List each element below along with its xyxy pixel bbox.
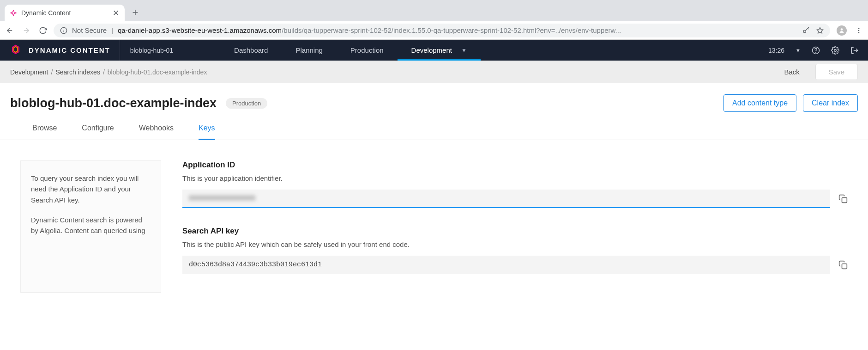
svg-point-8 (858, 32, 860, 33)
kebab-menu-icon[interactable] (855, 27, 862, 34)
back-icon[interactable] (6, 26, 14, 35)
page-title: bloblog-hub-01.doc-example-index (10, 96, 217, 111)
breadcrumb-separator: / (51, 68, 53, 76)
svg-marker-4 (817, 27, 823, 33)
chevron-down-icon[interactable]: ▼ (796, 48, 801, 53)
favicon-icon (10, 10, 17, 16)
section-description: This is the public API key which can be … (182, 240, 848, 248)
subtabs: Browse Configure Webhooks Keys (0, 112, 868, 140)
page-body: To query your search index you will need… (0, 140, 868, 293)
search-api-key-section: Search API key This is the public API ke… (182, 227, 848, 274)
nav-tab-dashboard[interactable]: Dashboard (220, 40, 282, 61)
brand[interactable]: DYNAMIC CONTENT (0, 40, 120, 61)
svg-point-6 (858, 28, 860, 29)
copy-icon[interactable] (838, 260, 848, 270)
url-text: qa-daniel-app.s3-website-eu-west-1.amazo… (118, 26, 621, 34)
brand-text: DYNAMIC CONTENT (29, 46, 110, 54)
clock-time: 13:26 (768, 47, 784, 54)
separator: | (111, 26, 113, 34)
nav-tab-label: Development (411, 46, 452, 54)
copy-icon[interactable] (838, 194, 848, 203)
save-button: Save (815, 64, 858, 80)
site-info-icon[interactable] (60, 27, 67, 34)
subtab-keys[interactable]: Keys (199, 124, 215, 140)
tab-title: Dynamic Content (21, 9, 108, 17)
svg-point-7 (858, 30, 860, 31)
breadcrumb-bar: Development / Search indexes / bloblog-h… (0, 61, 868, 83)
api-key-value: d0c5363d8a374439c3b33b019ec613d1 (189, 261, 322, 269)
forward-icon (22, 26, 30, 35)
svg-point-11 (834, 49, 837, 51)
nav-tab-development[interactable]: Development ▼ (398, 40, 481, 61)
section-title: Search API key (182, 227, 848, 236)
application-id-section: Application ID This is your application … (182, 160, 848, 208)
app-nav: DYNAMIC CONTENT bloblog-hub-01 Dashboard… (0, 40, 868, 61)
bookmark-star-icon[interactable] (816, 27, 824, 34)
browser-tab[interactable]: Dynamic Content ✕ (5, 5, 125, 21)
section-title: Application ID (182, 160, 848, 170)
svg-point-10 (816, 52, 816, 52)
nav-tab-planning[interactable]: Planning (282, 40, 336, 61)
svg-point-3 (803, 30, 806, 32)
main-content: Application ID This is your application … (182, 160, 848, 293)
reload-icon[interactable] (39, 26, 47, 35)
key-icon[interactable] (802, 27, 810, 34)
application-id-field[interactable]: XXXXXXXXXXXXXXXX (182, 190, 830, 208)
help-icon[interactable] (812, 46, 820, 55)
svg-point-5 (841, 28, 843, 31)
breadcrumb-separator: / (103, 68, 105, 76)
nav-tabs: Dashboard Planning Production Developmen… (220, 40, 481, 61)
browser-toolbar: Not Secure | qa-daniel-app.s3-website-eu… (0, 21, 868, 40)
info-text: Dynamic Content search is powered by Alg… (31, 215, 151, 236)
profile-avatar-icon[interactable] (837, 25, 847, 36)
hub-name: bloblog-hub-01 (120, 47, 183, 54)
subtab-browse[interactable]: Browse (32, 124, 57, 140)
chevron-down-icon: ▼ (461, 47, 467, 54)
clear-index-button[interactable]: Clear index (803, 94, 858, 112)
brand-logo-icon (9, 44, 22, 57)
close-tab-icon[interactable]: ✕ (113, 9, 119, 17)
breadcrumb-current: bloblog-hub-01.doc-example-index (108, 68, 207, 76)
back-button[interactable]: Back (784, 68, 799, 76)
logout-icon[interactable] (850, 46, 859, 55)
page-header: bloblog-hub-01.doc-example-index Product… (0, 83, 868, 112)
security-status: Not Secure (72, 26, 107, 34)
breadcrumb-item[interactable]: Search indexes (55, 68, 100, 76)
subtab-configure[interactable]: Configure (82, 124, 114, 140)
browser-tab-strip: Dynamic Content ✕ + (0, 0, 868, 21)
gear-icon[interactable] (831, 46, 839, 55)
api-key-field[interactable]: d0c5363d8a374439c3b33b019ec613d1 (182, 256, 830, 274)
breadcrumb-item[interactable]: Development (10, 68, 48, 76)
info-card: To query your search index you will need… (20, 160, 161, 293)
new-tab-button[interactable]: + (128, 6, 142, 21)
nav-tab-production[interactable]: Production (337, 40, 398, 61)
svg-rect-13 (842, 198, 847, 203)
add-content-type-button[interactable]: Add content type (723, 94, 796, 112)
section-description: This is your application identifier. (182, 174, 848, 182)
address-bar[interactable]: Not Secure | qa-daniel-app.s3-website-eu… (54, 24, 830, 37)
svg-rect-14 (842, 264, 847, 269)
application-id-value: XXXXXXXXXXXXXXXX (189, 195, 255, 203)
info-text: To query your search index you will need… (31, 173, 151, 205)
subtab-webhooks[interactable]: Webhooks (139, 124, 174, 140)
status-badge: Production (226, 98, 267, 109)
